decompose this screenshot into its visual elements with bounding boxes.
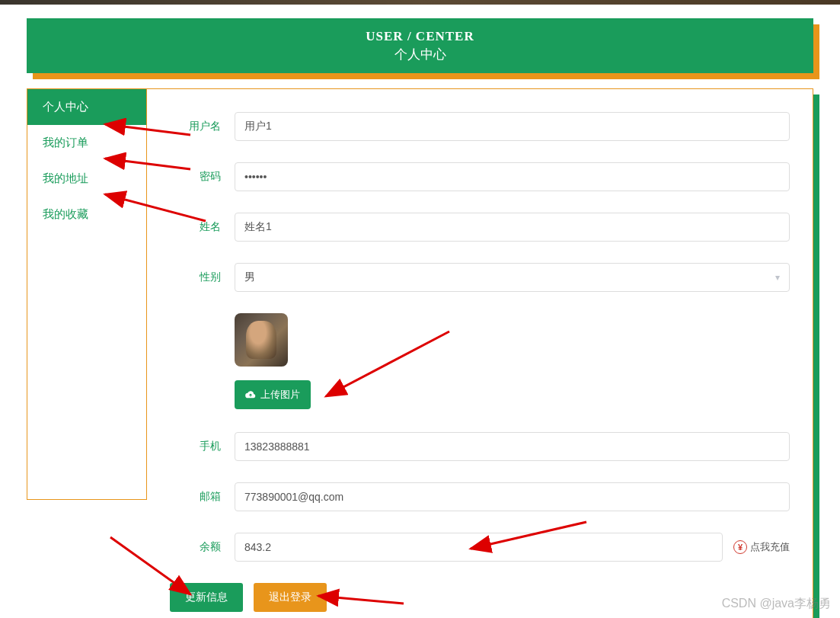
- button-row: 更新信息 退出登录: [170, 583, 790, 612]
- top-strip: [0, 0, 840, 5]
- avatar-image: [235, 313, 288, 367]
- select-gender-value: 男: [244, 271, 255, 284]
- label-gender: 性别: [170, 271, 235, 284]
- header-title-en: USER / CENTER: [366, 29, 474, 44]
- sidebar-item-favorites[interactable]: 我的收藏: [27, 197, 146, 232]
- select-gender[interactable]: 男 ▾: [235, 263, 790, 292]
- row-password: 密码: [170, 162, 790, 191]
- sidebar-item-orders[interactable]: 我的订单: [27, 125, 146, 161]
- row-phone: 手机: [170, 432, 790, 461]
- label-email: 邮箱: [170, 490, 235, 504]
- input-email[interactable]: [235, 482, 790, 511]
- row-name: 姓名: [170, 213, 790, 242]
- row-username: 用户名: [170, 112, 790, 141]
- input-password[interactable]: [235, 162, 790, 191]
- label-phone: 手机: [170, 440, 235, 453]
- row-gender: 性别 男 ▾: [170, 263, 790, 292]
- upload-button-label: 上传图片: [260, 388, 300, 402]
- cloud-upload-icon: [245, 389, 256, 401]
- header-title-cn: 个人中心: [394, 46, 446, 63]
- row-email: 邮箱: [170, 482, 790, 511]
- recharge-link[interactable]: ¥ 点我充值: [733, 540, 790, 554]
- label-balance: 余额: [170, 540, 235, 554]
- input-phone[interactable]: [235, 432, 790, 461]
- main-container: 个人中心 我的订单 我的地址 我的收藏 用户名 密码 姓名 性别 男 ▾: [27, 88, 813, 618]
- header: USER / CENTER 个人中心: [27, 18, 813, 73]
- upload-button[interactable]: 上传图片: [235, 380, 311, 409]
- sidebar-item-user-center[interactable]: 个人中心: [27, 89, 146, 125]
- content-panel: 用户名 密码 姓名 性别 男 ▾ 上传图片 手: [147, 88, 813, 618]
- yen-icon: ¥: [733, 540, 747, 554]
- label-password: 密码: [170, 170, 235, 184]
- sidebar-item-address[interactable]: 我的地址: [27, 161, 146, 197]
- sidebar: 个人中心 我的订单 我的地址 我的收藏: [27, 88, 147, 500]
- chevron-down-icon: ▾: [775, 272, 780, 283]
- label-name: 姓名: [170, 220, 235, 234]
- row-avatar: [235, 313, 790, 367]
- recharge-label: 点我充值: [750, 540, 790, 554]
- input-username[interactable]: [235, 112, 790, 141]
- label-username: 用户名: [170, 120, 235, 133]
- input-balance[interactable]: [235, 533, 723, 562]
- update-button[interactable]: 更新信息: [170, 583, 243, 612]
- row-balance: 余额 ¥ 点我充值: [170, 533, 790, 562]
- watermark: CSDN @java李杨勇: [722, 596, 831, 612]
- input-name[interactable]: [235, 213, 790, 242]
- header-banner: USER / CENTER 个人中心: [27, 18, 813, 73]
- logout-button[interactable]: 退出登录: [254, 583, 327, 612]
